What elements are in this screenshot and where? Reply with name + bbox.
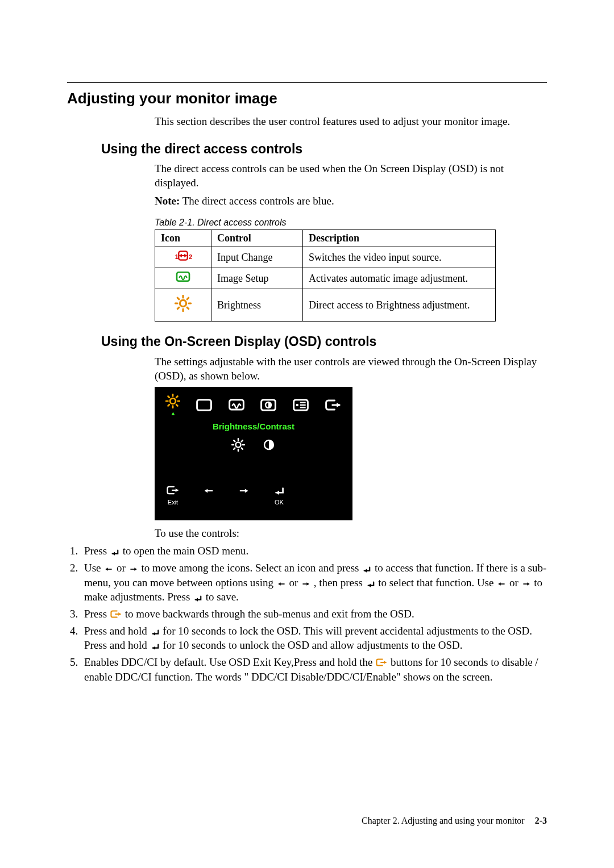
top-rule bbox=[67, 82, 547, 83]
left-arrow-icon bbox=[103, 565, 114, 573]
left-arrow-icon bbox=[276, 580, 287, 588]
osd-top-icons: ▲ bbox=[161, 393, 346, 419]
osd-screenshot: ▲ Brightness/Contrast Exit bbox=[155, 387, 352, 520]
exit-icon bbox=[375, 657, 388, 667]
table-row: Brightness Direct access to Brightness a… bbox=[155, 289, 496, 322]
osd-image-props-icon bbox=[260, 398, 277, 412]
step-1: Press to open the main OSD menu. bbox=[81, 544, 547, 558]
osd-position-icon bbox=[196, 398, 213, 412]
note-line: Note: The direct access controls are blu… bbox=[155, 194, 547, 208]
row2-control: Brightness bbox=[211, 289, 303, 322]
table-caption: Table 2-1. Direct access controls bbox=[155, 216, 547, 229]
osd-exit-icon bbox=[325, 398, 342, 412]
osd-mid-contrast-icon bbox=[262, 438, 276, 452]
enter-icon bbox=[150, 628, 160, 636]
osd-mid-icons bbox=[161, 438, 346, 452]
enter-icon bbox=[193, 594, 203, 602]
h2-direct: Using the direct access controls bbox=[101, 140, 547, 158]
input-change-icon bbox=[155, 247, 211, 268]
h1-adjusting: Adjusting your monitor image bbox=[67, 89, 547, 108]
table-row: Input Change Switches the video input so… bbox=[155, 247, 496, 268]
right-arrow-icon bbox=[301, 580, 311, 588]
table-row: Image Setup Activates automatic image ad… bbox=[155, 268, 496, 289]
footer-page-number: 2-3 bbox=[535, 816, 547, 825]
exit-icon bbox=[110, 609, 122, 619]
h2-osd: Using the On-Screen Display (OSD) contro… bbox=[101, 333, 547, 350]
osd-intro: The settings adjustable with the user co… bbox=[155, 354, 547, 383]
osd-options-icon bbox=[292, 398, 309, 412]
enter-icon bbox=[273, 486, 285, 496]
right-arrow-icon bbox=[128, 565, 139, 573]
brightness-icon bbox=[155, 289, 211, 322]
osd-ok-button: OK bbox=[273, 486, 285, 506]
row0-control: Input Change bbox=[211, 247, 303, 268]
image-setup-icon bbox=[155, 268, 211, 289]
osd-bottom-row: Exit OK bbox=[161, 485, 346, 506]
footer-chapter: Chapter 2. Adjusting and using your moni… bbox=[362, 816, 525, 825]
osd-brightness-icon bbox=[165, 394, 180, 408]
step-3: Press to move backwards through the sub-… bbox=[81, 607, 547, 621]
osd-image-setup-icon bbox=[228, 398, 245, 412]
table-header-row: Icon Control Description bbox=[155, 230, 496, 247]
intro-text: This section describes the user control … bbox=[155, 114, 547, 129]
right-arrow-icon bbox=[238, 486, 250, 496]
steps-list: Press to open the main OSD menu. Use or … bbox=[67, 544, 547, 684]
row2-desc: Direct access to Brightness adjustment. bbox=[303, 289, 496, 322]
enter-icon bbox=[150, 642, 160, 650]
step-5: Enables DDC/CI by default. Use OSD Exit … bbox=[81, 655, 547, 684]
direct-intro: The direct access controls can be used w… bbox=[155, 161, 547, 190]
note-text: The direct access controls are blue. bbox=[180, 195, 334, 207]
document-page: Adjusting your monitor image This sectio… bbox=[0, 0, 614, 868]
exit-icon bbox=[166, 485, 180, 496]
osd-exit-button: Exit bbox=[166, 485, 180, 506]
row1-desc: Activates automatic image adjustment. bbox=[303, 268, 496, 289]
th-desc: Description bbox=[303, 230, 496, 247]
page-footer: Chapter 2. Adjusting and using your moni… bbox=[362, 815, 547, 827]
enter-icon bbox=[362, 565, 372, 573]
osd-left-button bbox=[202, 486, 215, 506]
enter-icon bbox=[366, 580, 376, 588]
osd-selected-caret: ▲ bbox=[170, 411, 176, 416]
row0-desc: Switches the video input source. bbox=[303, 247, 496, 268]
left-arrow-icon bbox=[202, 486, 215, 496]
step-2: Use or to move among the icons. Select a… bbox=[81, 561, 547, 604]
controls-lead: To use the controls: bbox=[155, 526, 547, 541]
osd-right-button bbox=[238, 486, 250, 506]
note-label: Note: bbox=[155, 195, 180, 207]
direct-access-table: Icon Control Description Input Change Sw… bbox=[155, 229, 496, 322]
osd-mid-brightness-icon bbox=[231, 438, 245, 452]
row1-control: Image Setup bbox=[211, 268, 303, 289]
right-arrow-icon bbox=[521, 580, 532, 588]
th-control: Control bbox=[211, 230, 303, 247]
th-icon: Icon bbox=[155, 230, 211, 247]
step-4: Press and hold for 10 seconds to lock th… bbox=[81, 624, 547, 653]
enter-icon bbox=[110, 548, 120, 556]
osd-title: Brightness/Contrast bbox=[161, 421, 346, 432]
left-arrow-icon bbox=[496, 580, 507, 588]
